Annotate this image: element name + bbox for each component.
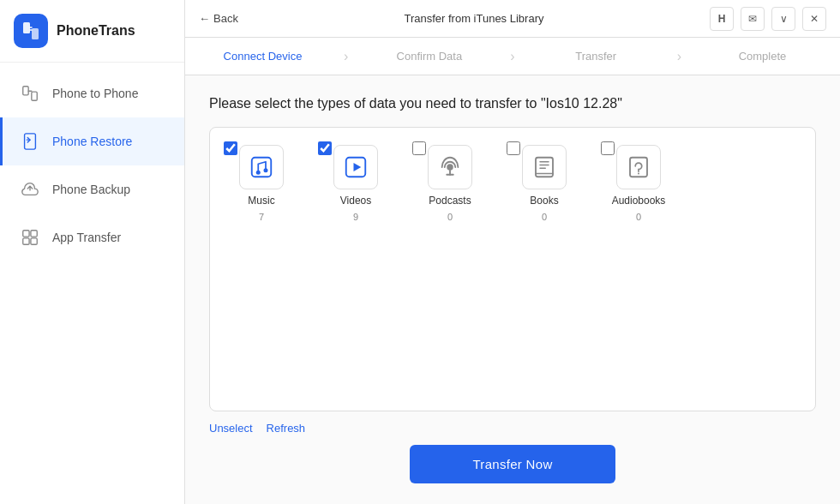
minimize-button[interactable]: ∨	[771, 7, 795, 31]
back-button[interactable]: ← Back	[199, 12, 238, 25]
phone-to-phone-icon	[18, 81, 42, 105]
page-heading: Please select the types of data you need…	[209, 96, 816, 111]
svg-rect-3	[32, 92, 37, 100]
data-item-videos: Videos 9	[321, 145, 390, 222]
podcasts-checkbox[interactable]	[412, 141, 426, 155]
videos-label: Videos	[340, 195, 371, 207]
back-arrow-icon: ←	[199, 12, 210, 25]
svg-rect-0	[23, 22, 30, 33]
step-complete: Complete	[685, 38, 840, 75]
phone-backup-icon	[18, 177, 42, 201]
phone-restore-icon	[18, 129, 42, 153]
step-arrow-1: ›	[340, 49, 351, 64]
music-icon-container	[239, 145, 284, 189]
main-content: ← Back Transfer from iTunes Library H ✉ …	[185, 0, 840, 504]
music-count: 7	[259, 212, 264, 222]
books-icon-container	[522, 145, 567, 189]
nav-menu: Phone to Phone Phone Restore	[0, 63, 184, 261]
sidebar-label-app-transfer: App Transfer	[52, 231, 121, 244]
music-checkbox[interactable]	[224, 141, 237, 155]
svg-rect-6	[31, 231, 37, 237]
data-item-books: Books 0	[510, 145, 579, 222]
sidebar-item-phone-to-phone[interactable]: Phone to Phone	[0, 69, 184, 117]
steps-bar: Connect Device › Confirm Data › Transfer…	[185, 38, 840, 75]
app-logo: PhoneTrans	[0, 0, 184, 63]
data-item-podcasts: Podcasts 0	[416, 145, 484, 222]
app-transfer-icon	[18, 225, 42, 249]
svg-rect-9	[252, 158, 272, 177]
step-transfer: Transfer	[519, 38, 674, 75]
svg-rect-1	[32, 28, 39, 39]
step-arrow-3: ›	[674, 49, 685, 64]
sidebar-label-phone-restore: Phone Restore	[52, 135, 132, 148]
audiobooks-count: 0	[636, 212, 641, 222]
mail-button[interactable]: ✉	[741, 7, 765, 31]
sidebar-label-phone-backup: Phone Backup	[52, 183, 130, 196]
podcasts-count: 0	[447, 212, 453, 222]
audiobooks-label: Audiobooks	[612, 195, 666, 207]
app-logo-icon	[14, 14, 48, 48]
svg-rect-2	[23, 87, 28, 95]
audiobooks-icon-container	[616, 145, 661, 189]
step-connect-device: Connect Device	[185, 38, 340, 75]
refresh-button[interactable]: Refresh	[267, 422, 306, 435]
svg-rect-7	[23, 238, 29, 244]
sidebar-item-app-transfer[interactable]: App Transfer	[0, 213, 184, 261]
transfer-now-button[interactable]: Transfer Now	[410, 445, 615, 483]
videos-checkbox[interactable]	[318, 141, 332, 155]
svg-rect-4	[25, 134, 36, 149]
window-controls: H ✉ ∨ ✕	[710, 7, 826, 31]
music-label: Music	[248, 195, 274, 207]
audiobooks-checkbox[interactable]	[601, 141, 615, 155]
step-confirm-data: Confirm Data	[351, 38, 507, 75]
bottom-actions: Unselect Refresh Transfer Now	[209, 411, 816, 490]
help-button[interactable]: H	[710, 7, 734, 31]
sidebar-label-phone-to-phone: Phone to Phone	[52, 87, 138, 100]
app-name: PhoneTrans	[57, 23, 135, 39]
window-title: Transfer from iTunes Library	[238, 12, 710, 25]
svg-point-17	[638, 173, 639, 175]
data-item-music: Music 7	[227, 145, 296, 222]
link-actions: Unselect Refresh	[209, 422, 305, 435]
svg-rect-5	[23, 231, 29, 237]
svg-rect-8	[31, 238, 37, 244]
books-count: 0	[542, 212, 547, 222]
sidebar-item-phone-restore[interactable]: Phone Restore	[0, 117, 184, 165]
books-label: Books	[530, 195, 558, 207]
unselect-button[interactable]: Unselect	[209, 422, 253, 435]
sidebar-item-phone-backup[interactable]: Phone Backup	[0, 165, 184, 213]
podcasts-icon-container	[428, 145, 472, 189]
svg-point-10	[256, 171, 261, 175]
page-content: Please select the types of data you need…	[185, 75, 840, 504]
sidebar: PhoneTrans Phone to Phone	[0, 0, 185, 504]
titlebar: ← Back Transfer from iTunes Library H ✉ …	[185, 0, 840, 38]
step-arrow-2: ›	[507, 49, 518, 64]
back-label: Back	[213, 12, 238, 25]
data-grid-container: Music 7 Videos 9	[209, 127, 816, 411]
svg-point-11	[264, 168, 268, 172]
svg-marker-13	[354, 163, 362, 171]
data-item-audiobooks: Audiobooks 0	[604, 145, 673, 222]
videos-count: 9	[353, 212, 358, 222]
videos-icon-container	[333, 145, 378, 189]
books-checkbox[interactable]	[507, 141, 520, 155]
svg-point-14	[447, 164, 453, 171]
close-button[interactable]: ✕	[802, 7, 826, 31]
data-grid: Music 7 Videos 9	[227, 145, 798, 222]
podcasts-label: Podcasts	[429, 195, 471, 207]
